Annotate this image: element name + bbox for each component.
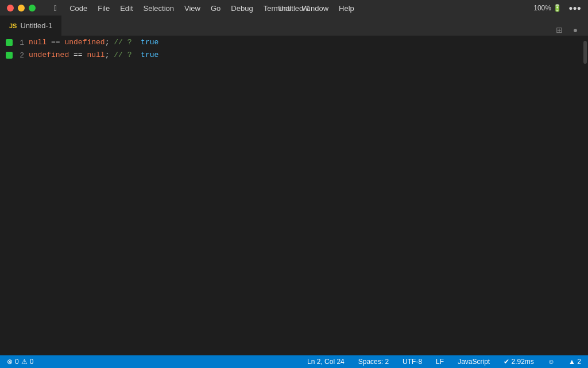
split-editor-icon[interactable]: ⊞ [554, 24, 565, 36]
title-bar:  Code File Edit Selection View Go Debug… [0, 0, 588, 16]
editor-actions: ⊞ ● [554, 24, 588, 36]
encoding[interactable]: UTF-8 [400, 358, 424, 366]
position-text: Ln 2, Col 24 [307, 358, 345, 366]
encoding-text: UTF-8 [403, 358, 422, 366]
menu-bar:  Code File Edit Selection View Go Debug… [49, 2, 359, 14]
run-indicator-2 [6, 52, 13, 59]
menu-go[interactable]: Go [206, 3, 225, 14]
token-comment-2: // ? [114, 49, 131, 62]
token-semi-1: ; [105, 36, 114, 49]
tab-bar: JS Untitled-1 ⊞ ● [0, 16, 588, 36]
tab-language-icon: JS [9, 22, 17, 29]
token-null-1: null [29, 36, 47, 49]
menu-selection[interactable]: Selection [139, 3, 179, 14]
code-line-2: undefined == null ; // ? true [29, 49, 582, 62]
line-ending[interactable]: LF [434, 358, 446, 366]
line-number-2: 2 [15, 51, 24, 60]
menu-file[interactable]: File [93, 3, 114, 14]
line-number-gutter: 1 2 [0, 36, 29, 355]
token-space-2 [131, 49, 141, 62]
line-number-1: 1 [15, 39, 24, 47]
menu-debug[interactable]: Debug [226, 3, 257, 14]
token-true-2: true [141, 49, 158, 62]
notifications-text: ▲ 2 [568, 358, 581, 366]
menu-view[interactable]: View [180, 3, 205, 14]
line-ending-text: LF [436, 358, 444, 366]
run-indicator-1 [6, 39, 13, 46]
wifi-icon: ●●● [568, 4, 581, 12]
status-right: Ln 2, Col 24 Spaces: 2 UTF-8 LF JavaScri… [305, 358, 583, 366]
vertical-scrollbar[interactable] [582, 36, 588, 355]
maximize-button[interactable] [29, 5, 36, 12]
gutter-line-1: 1 [0, 36, 29, 49]
cursor-position[interactable]: Ln 2, Col 24 [305, 358, 347, 366]
errors-indicator[interactable]: ⊗ 0 ⚠ 0 [5, 358, 36, 366]
apple-menu[interactable]:  [49, 2, 61, 14]
warning-count: 0 [30, 358, 34, 366]
tab-label: Untitled-1 [20, 21, 52, 30]
feedback-icon[interactable]: ☺ [546, 358, 557, 366]
token-space-1 [131, 36, 141, 49]
token-undefined-2: undefined [29, 49, 69, 62]
close-button[interactable] [7, 5, 14, 12]
title-bar-right: 100% 🔋 ●●● [533, 4, 581, 12]
token-op-1: == [47, 36, 64, 49]
minimize-button[interactable] [18, 5, 25, 12]
token-true-1: true [141, 36, 158, 49]
traffic-lights [7, 5, 36, 12]
code-area[interactable]: null == undefined ; // ? true undefined … [29, 36, 582, 355]
timing-indicator[interactable]: ✔ 2.92ms [501, 358, 536, 366]
spaces-text: Spaces: 2 [358, 358, 389, 366]
token-comment-1: // ? [114, 36, 131, 49]
notifications[interactable]: ▲ 2 [566, 358, 583, 366]
active-tab[interactable]: JS Untitled-1 [0, 16, 62, 36]
indentation[interactable]: Spaces: 2 [356, 358, 391, 366]
scrollbar-thumb[interactable] [583, 41, 587, 64]
editor-area: 1 2 null == undefined ; // ? true undefi… [0, 36, 588, 355]
menu-code[interactable]: Code [65, 3, 92, 14]
menu-help[interactable]: Help [334, 3, 359, 14]
window-title: Untitled-1 [278, 4, 310, 13]
gutter-line-2: 2 [0, 49, 29, 62]
status-bar: ⊗ 0 ⚠ 0 Ln 2, Col 24 Spaces: 2 UTF-8 LF … [0, 355, 588, 368]
token-semi-2: ; [105, 49, 114, 62]
smiley-icon: ☺ [548, 358, 555, 366]
battery-status: 100% 🔋 [533, 4, 562, 12]
error-count: 0 [15, 358, 19, 366]
menu-edit[interactable]: Edit [115, 3, 137, 14]
error-icon: ⊗ [7, 358, 13, 366]
warning-icon: ⚠ [21, 358, 28, 366]
more-actions-icon[interactable]: ● [570, 24, 581, 36]
token-null-2: null [87, 49, 105, 62]
language-text: JavaScript [458, 358, 490, 366]
language-mode[interactable]: JavaScript [455, 358, 492, 366]
timing-text: ✔ 2.92ms [504, 358, 534, 366]
code-line-1: null == undefined ; // ? true [29, 36, 582, 49]
status-left: ⊗ 0 ⚠ 0 [5, 358, 36, 366]
token-op-2: == [69, 49, 87, 62]
token-undefined-1: undefined [64, 36, 105, 49]
